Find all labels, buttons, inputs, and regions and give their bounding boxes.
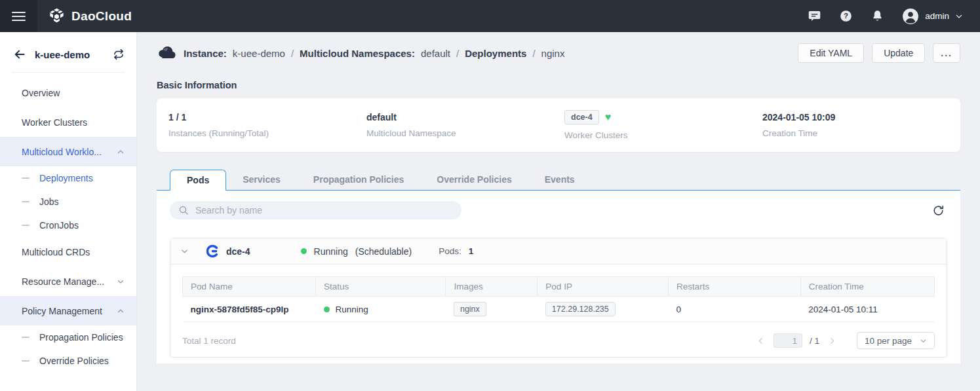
search-input[interactable] — [194, 204, 453, 216]
tab-services[interactable]: Services — [226, 169, 297, 190]
collapse-chevron-icon[interactable] — [180, 247, 189, 255]
refresh-icon[interactable] — [930, 202, 947, 219]
help-icon[interactable]: ? — [839, 9, 853, 23]
breadcrumb-deployments[interactable]: Deployments — [465, 48, 526, 59]
cluster-schedulable: (Schedulable) — [355, 246, 412, 257]
worker-cluster-tag[interactable]: dce-4 — [564, 110, 599, 124]
col-pod-ip: Pod IP — [538, 277, 669, 297]
tab-events[interactable]: Events — [528, 169, 591, 190]
sidebar-item-worker-clusters[interactable]: Worker Clusters — [0, 107, 136, 137]
status-dot-icon — [324, 307, 330, 312]
sidebar-item-label: Worker Clusters — [22, 117, 87, 128]
avatar-icon — [902, 8, 919, 25]
chevron-down-icon — [920, 337, 927, 344]
image-tag[interactable]: nginx — [454, 302, 486, 316]
chevron-down-icon — [117, 278, 125, 286]
sidebar-item-label: Multicloud CRDs — [22, 247, 90, 257]
main-content: Instance: k-uee-demo / Multicloud Namesp… — [137, 32, 980, 391]
col-status: Status — [316, 277, 446, 297]
sidebar-item-override-policies[interactable]: Override Policies — [0, 349, 136, 373]
basic-information-title: Basic Information — [157, 80, 960, 90]
dash-icon — [22, 201, 29, 202]
sidebar-item-resource-management[interactable]: Resource Manage... — [0, 267, 136, 296]
col-images: Images — [446, 277, 538, 297]
cluster-status: Running — [314, 246, 348, 257]
cluster-health-heart-icon: ♥ — [605, 112, 612, 122]
sidebar-item-jobs[interactable]: Jobs — [0, 190, 136, 214]
table-footer: Total 1 record / 1 10 per page — [182, 332, 935, 349]
search-box — [170, 201, 461, 219]
more-actions-button[interactable]: ... — [933, 43, 960, 63]
notifications-bell-icon[interactable] — [871, 9, 884, 23]
tabs: Pods Services Propagation Policies Overr… — [157, 169, 960, 191]
breadcrumb-instance-value[interactable]: k-uee-demo — [233, 48, 285, 59]
sidebar-item-label: Overview — [22, 88, 60, 98]
pod-ip-tag[interactable]: 172.29.128.235 — [545, 302, 616, 316]
breadcrumb-row: Instance: k-uee-demo / Multicloud Namesp… — [157, 41, 960, 65]
switch-instance-icon[interactable] — [113, 48, 125, 60]
pods-count-value: 1 — [469, 246, 474, 256]
sidebar-item-cronjobs[interactable]: CronJobs — [0, 214, 136, 237]
next-page-icon[interactable] — [827, 335, 838, 346]
chevron-up-icon — [117, 148, 125, 156]
tab-override-policies[interactable]: Override Policies — [420, 169, 528, 190]
topbar: DaoCloud ? — [0, 0, 980, 32]
cluster-group-header[interactable]: dce-4 Running (Schedulable) Pods: 1 — [170, 238, 947, 265]
instance-title: k-uee-demo — [35, 49, 104, 60]
sidebar-divider — [12, 72, 125, 73]
sidebar-item-policy-management[interactable]: Policy Management — [0, 296, 136, 326]
previous-page-icon[interactable] — [755, 335, 766, 346]
instances-value: 1 / 1 — [168, 112, 366, 122]
page-size-select[interactable]: 10 per page — [857, 332, 935, 349]
breadcrumb-namespace-value[interactable]: default — [421, 48, 450, 59]
pod-status: Running — [336, 305, 368, 314]
svg-text:?: ? — [844, 12, 848, 20]
col-restarts: Restarts — [668, 277, 800, 297]
back-arrow-icon[interactable] — [13, 48, 26, 61]
chevron-down-icon — [955, 12, 963, 20]
sidebar-item-label: Jobs — [39, 196, 59, 207]
tab-propagation-policies[interactable]: Propagation Policies — [297, 169, 420, 190]
dce-cluster-logo-icon — [206, 245, 219, 257]
page-size-value: 10 per page — [865, 336, 912, 346]
messages-icon[interactable] — [808, 9, 821, 23]
menu-toggle-button[interactable] — [0, 0, 37, 32]
dash-icon — [22, 337, 29, 338]
sidebar-item-propagation-policies[interactable]: Propagation Policies — [0, 326, 136, 349]
sidebar-header: k-uee-demo — [0, 32, 136, 72]
update-button[interactable]: Update — [872, 43, 925, 63]
user-menu[interactable]: admin — [902, 8, 963, 25]
basic-information-card: 1 / 1 Instances (Running/Total) default … — [157, 98, 960, 152]
dash-icon — [22, 177, 29, 179]
table-header-row: Pod Name Status Images Pod IP Restarts C… — [183, 277, 935, 297]
info-field-worker-clusters: dce-4 ♥ Worker Clusters — [564, 110, 762, 140]
tab-pods[interactable]: Pods — [170, 170, 226, 191]
pod-name-link[interactable]: nginx-5878fd5f85-cp9lp — [191, 305, 289, 314]
pod-creation-time: 2024-01-05 10:11 — [808, 305, 878, 314]
sidebar-item-multicloud-crds[interactable]: Multicloud CRDs — [0, 237, 136, 267]
creation-time-value: 2024-01-05 10:09 — [762, 112, 960, 122]
sidebar-item-deployments[interactable]: Deployments — [0, 166, 136, 190]
breadcrumb: Instance: k-uee-demo / Multicloud Namesp… — [157, 45, 564, 61]
worker-clusters-label: Worker Clusters — [564, 130, 762, 140]
sidebar-item-overview[interactable]: Overview — [0, 78, 136, 107]
page-number-input[interactable] — [774, 333, 802, 348]
sidebar-item-label: Deployments — [39, 173, 93, 183]
creation-time-label: Creation Time — [762, 128, 960, 138]
breadcrumb-separator: / — [532, 48, 535, 59]
sidebar-item-multicloud-workloads[interactable]: Multicloud Worklo... — [0, 137, 136, 166]
info-field-instances: 1 / 1 Instances (Running/Total) — [168, 112, 366, 138]
table-row: nginx-5878fd5f85-cp9lp Running nginx 172… — [183, 297, 935, 322]
status-dot-icon — [301, 248, 307, 254]
page-total-label: / 1 — [810, 336, 819, 346]
edit-yaml-button[interactable]: Edit YAML — [798, 43, 864, 63]
info-field-namespace: default Multicloud Namespace — [366, 112, 564, 138]
sidebar-item-label: Policy Management — [22, 306, 102, 316]
breadcrumb-separator: / — [291, 48, 294, 59]
namespace-value: default — [366, 112, 564, 122]
daocloud-logo-icon — [48, 7, 66, 25]
cluster-group: dce-4 Running (Schedulable) Pods: 1 Pod … — [170, 238, 947, 358]
sidebar-item-label: Override Policies — [39, 356, 109, 366]
pod-restarts: 0 — [676, 305, 681, 314]
dash-icon — [22, 225, 29, 226]
